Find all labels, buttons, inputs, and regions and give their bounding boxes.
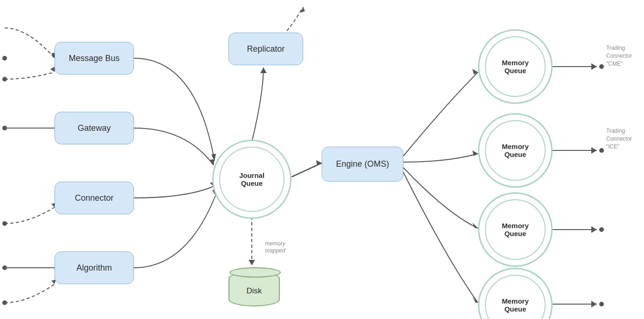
memory-mapped-label: memory mapped [259, 240, 291, 254]
svg-marker-13 [316, 160, 322, 166]
input-dot-algorithm [2, 265, 7, 270]
svg-marker-21 [591, 63, 597, 70]
journal-queue-inner: Journal Queue [219, 147, 284, 211]
output-dot-2 [599, 148, 604, 153]
algorithm-label: Algorithm [76, 263, 112, 273]
svg-marker-19 [472, 297, 478, 303]
svg-marker-17 [472, 150, 478, 156]
input-dot-algorithm2 [2, 300, 7, 305]
connector-node: Connector [55, 182, 134, 214]
memory-queue-1-inner: Memory Queue [485, 36, 546, 97]
gateway-node: Gateway [55, 112, 134, 144]
memory-queue-2-label: Memory Queue [502, 143, 529, 158]
svg-marker-16 [472, 69, 478, 75]
svg-marker-10 [260, 68, 267, 73]
engine-oms-node: Engine (OMS) [322, 147, 403, 182]
memory-queue-3-label: Memory Queue [502, 222, 529, 238]
diagram: Message Bus Gateway Connector Algorithm … [0, 0, 644, 319]
journal-queue-label: Journal Queue [239, 171, 264, 187]
svg-marker-11 [300, 7, 305, 13]
svg-marker-27 [591, 301, 597, 307]
svg-marker-25 [591, 226, 597, 233]
replicator-label: Replicator [247, 44, 284, 54]
replicator-node: Replicator [229, 33, 303, 65]
svg-line-12 [291, 163, 322, 177]
journal-queue-node: Journal Queue [212, 140, 291, 219]
algorithm-node: Algorithm [55, 251, 134, 284]
memory-queue-2-inner: Memory Queue [485, 120, 546, 181]
output-dot-4 [599, 302, 604, 306]
connector-label: Connector [75, 193, 113, 203]
disk-label: Disk [246, 286, 262, 296]
svg-marker-7 [210, 159, 215, 165]
svg-marker-6 [211, 154, 216, 161]
memory-queue-1-label: Memory Queue [502, 59, 529, 75]
engine-oms-label: Engine (OMS) [336, 159, 389, 169]
disk-shape: Disk [229, 271, 280, 306]
message-bus-node: Message Bus [55, 42, 134, 75]
output-dot-1 [599, 64, 604, 69]
memory-queue-2-node: Memory Queue [478, 113, 553, 188]
svg-marker-18 [472, 223, 478, 228]
memory-queue-4-node: Memory Queue [478, 268, 553, 319]
input-dot-1 [2, 56, 7, 61]
gateway-label: Gateway [77, 123, 111, 133]
input-dot-connector [2, 221, 7, 226]
memory-queue-3-inner: Memory Queue [485, 199, 546, 260]
svg-marker-23 [591, 147, 597, 154]
output-dot-3 [599, 227, 604, 232]
input-dot-2 [2, 77, 7, 81]
disk-node: Disk [229, 268, 280, 310]
trading-cme-label: Trading Connector "CME" [606, 44, 644, 68]
memory-queue-3-node: Memory Queue [478, 192, 553, 267]
memory-queue-4-label: Memory Queue [502, 297, 529, 313]
message-bus-label: Message Bus [69, 54, 119, 63]
disk-top [229, 267, 281, 278]
trading-ice-label: Trading Connector "ICE" [606, 127, 644, 150]
memory-queue-4-inner: Memory Queue [485, 275, 546, 319]
memory-queue-1-node: Memory Queue [478, 29, 553, 104]
svg-marker-15 [249, 260, 255, 265]
input-dot-gateway [2, 126, 7, 130]
